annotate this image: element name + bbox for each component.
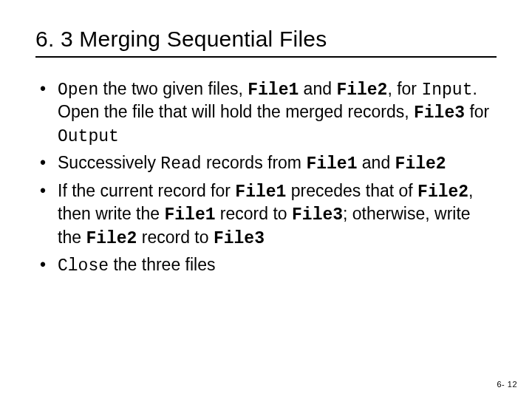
code-file1: File1	[235, 183, 286, 202]
code-file1: File1	[164, 205, 215, 225]
text: , for	[387, 79, 421, 98]
bullet-list: Open the two given files, File1 and File…	[38, 78, 497, 278]
code-file2: File2	[336, 81, 387, 100]
code-file3: File3	[214, 229, 265, 248]
text: for	[465, 102, 489, 121]
text: the three files	[109, 255, 215, 274]
code-file1: File1	[306, 154, 357, 174]
text: and	[357, 153, 395, 172]
code-open: Open	[58, 81, 98, 100]
code-file3: File3	[414, 103, 465, 123]
bullet-item: Open the two given files, File1 and File…	[38, 78, 497, 148]
slide: 6. 3 Merging Sequential Files Open the t…	[0, 0, 532, 399]
code-file1: File1	[248, 81, 299, 100]
code-file2: File2	[86, 229, 137, 248]
text: the two given files,	[98, 79, 248, 98]
code-read: Read	[160, 154, 201, 174]
bullet-item: Successively Read records from File1 and…	[38, 152, 497, 175]
text: Successively	[58, 153, 160, 172]
slide-number: 6- 12	[497, 380, 517, 389]
code-file2: File2	[395, 154, 446, 174]
text: If the current record for	[58, 181, 235, 200]
code-close: Close	[58, 256, 109, 276]
bullet-item: If the current record for File1 precedes…	[38, 180, 497, 250]
text: and	[299, 79, 336, 98]
code-input: Input	[421, 81, 472, 100]
text: record to	[137, 228, 214, 247]
title-underline	[35, 56, 497, 58]
text: precedes that of	[286, 181, 417, 200]
text: records from	[202, 153, 307, 172]
code-file2: File2	[417, 183, 468, 202]
bullet-item: Close the three files	[38, 254, 497, 277]
text: record to	[215, 204, 292, 223]
code-file3: File3	[292, 205, 343, 225]
slide-title: 6. 3 Merging Sequential Files	[35, 27, 497, 52]
code-output: Output	[58, 127, 119, 146]
